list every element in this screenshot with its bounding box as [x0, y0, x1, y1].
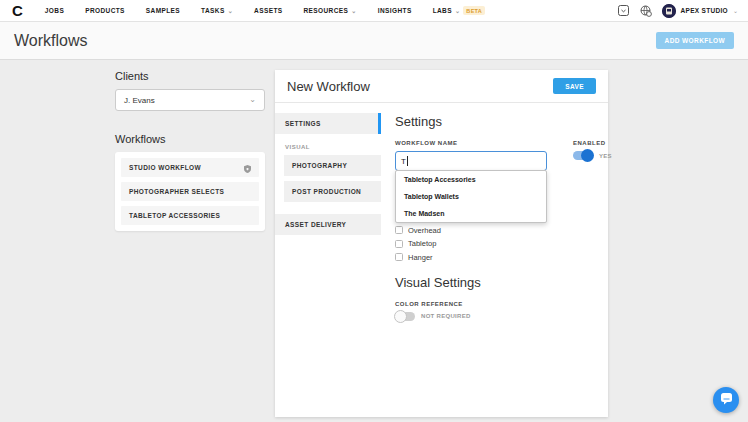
add-workflow-button[interactable]: ADD WORKFLOW: [656, 32, 734, 49]
shield-icon: [244, 159, 251, 177]
nav-menu: JOBS PRODUCTS SAMPLES TASKS⌄ ASSETS RESO…: [45, 6, 485, 15]
enabled-label: ENABLED: [573, 140, 612, 146]
panel-header: New Workflow SAVE: [275, 70, 608, 103]
inbox-icon[interactable]: [618, 5, 630, 17]
nav-item-tasks[interactable]: TASKS⌄: [201, 7, 233, 14]
content-area: Clients J. Evans ⌄ Workflows STUDIO WORK…: [0, 60, 748, 421]
checkbox-row-tabletop[interactable]: Tabletop: [395, 239, 612, 248]
nav-item-samples[interactable]: SAMPLES: [146, 7, 180, 14]
text-caret: [407, 156, 408, 166]
checkbox-row-overhead[interactable]: Overhead: [395, 226, 612, 235]
workflow-name-value: T: [401, 157, 406, 166]
chevron-down-icon: ⌄: [733, 8, 738, 14]
chevron-down-icon: ⌄: [228, 8, 233, 14]
chevron-down-icon: ⌄: [455, 8, 460, 14]
workflow-item-tabletop-accessories[interactable]: TABLETOP ACCESSORIES: [121, 206, 259, 225]
enabled-field-group: ENABLED YES: [573, 140, 612, 171]
nav-right: APEX STUDIO ⌄: [618, 4, 738, 18]
beta-badge: BETA: [463, 6, 485, 15]
tab-post-production[interactable]: POST PRODUCTION: [284, 181, 381, 202]
workflows-heading: Workflows: [115, 133, 265, 145]
panel-title: New Workflow: [287, 79, 370, 94]
nav-item-products[interactable]: PRODUCTS: [85, 7, 125, 14]
account-menu[interactable]: APEX STUDIO ⌄: [662, 4, 738, 18]
checkbox-icon: [395, 226, 403, 234]
clients-heading: Clients: [115, 70, 265, 82]
tab-settings[interactable]: SETTINGS: [275, 113, 381, 134]
app-logo[interactable]: C: [12, 3, 23, 18]
top-nav: C JOBS PRODUCTS SAMPLES TASKS⌄ ASSETS RE…: [0, 0, 748, 22]
nav-item-labs[interactable]: LABS⌄BETA: [433, 6, 486, 15]
chevron-down-icon: ⌄: [351, 8, 356, 14]
left-sidebar: Clients J. Evans ⌄ Workflows STUDIO WORK…: [115, 70, 265, 231]
tab-asset-delivery[interactable]: ASSET DELIVERY: [275, 214, 381, 235]
color-reference-state-text: NOT REQUIRED: [421, 313, 471, 319]
panel-body: SETTINGS VISUAL PHOTOGRAPHY POST PRODUCT…: [275, 103, 608, 417]
color-reference-toggle[interactable]: [395, 312, 415, 321]
workflow-name-field-group: WORKFLOW NAME T: [395, 140, 547, 171]
suggestion-tabletop-wallets[interactable]: Tabletop Wallets: [396, 188, 546, 205]
tab-photography[interactable]: PHOTOGRAPHY: [284, 155, 381, 176]
nav-item-jobs[interactable]: JOBS: [45, 7, 64, 14]
suggestion-tabletop-accessories[interactable]: Tabletop Accessories: [396, 171, 546, 188]
avatar: [662, 4, 676, 18]
page-title: Workflows: [14, 32, 88, 50]
tab-group-visual: VISUAL: [285, 144, 381, 150]
enabled-toggle[interactable]: [573, 151, 593, 160]
settings-form: Settings WORKFLOW NAME T ENABLED YES: [381, 113, 626, 417]
nav-item-insights[interactable]: INSIGHTS: [378, 7, 412, 14]
checkbox-icon: [395, 253, 403, 261]
globe-settings-icon[interactable]: [640, 5, 652, 17]
workflow-item-photographer-selects[interactable]: PHOTOGRAPHER SELECTS: [121, 182, 259, 201]
settings-heading: Settings: [395, 114, 612, 129]
new-workflow-panel: New Workflow SAVE SETTINGS VISUAL PHOTOG…: [275, 70, 608, 417]
workflow-name-input[interactable]: T: [395, 151, 547, 171]
suggestion-the-madsen[interactable]: The Madsen: [396, 205, 546, 222]
chevron-down-icon: ⌄: [249, 96, 256, 104]
enabled-state-text: YES: [599, 153, 612, 159]
workflow-name-row: WORKFLOW NAME T ENABLED YES: [395, 140, 612, 171]
nav-item-resources[interactable]: RESOURCES⌄: [304, 7, 357, 14]
workflow-item-studio-workflow[interactable]: STUDIO WORKFLOW: [121, 158, 259, 177]
chat-launcher-button[interactable]: [713, 387, 739, 413]
workflow-name-label: WORKFLOW NAME: [395, 140, 547, 146]
save-button[interactable]: SAVE: [553, 78, 596, 94]
workflow-name-suggestions: Tabletop Accessories Tabletop Wallets Th…: [395, 170, 547, 223]
client-select-value: J. Evans: [124, 96, 155, 105]
client-select[interactable]: J. Evans ⌄: [115, 89, 265, 111]
checkbox-row-hanger[interactable]: Hanger: [395, 253, 612, 262]
checkbox-icon: [395, 240, 403, 248]
color-reference-label: COLOR REFERENCE: [395, 301, 612, 307]
workflow-list: STUDIO WORKFLOW PHOTOGRAPHER SELECTS TAB…: [115, 152, 265, 231]
account-name: APEX STUDIO: [681, 7, 728, 14]
chat-bubble-icon: [720, 391, 733, 409]
page-header: Workflows ADD WORKFLOW: [0, 22, 748, 60]
panel-tabs: SETTINGS VISUAL PHOTOGRAPHY POST PRODUCT…: [275, 113, 381, 417]
visual-settings-heading: Visual Settings: [395, 275, 612, 290]
nav-item-assets[interactable]: ASSETS: [254, 7, 282, 14]
